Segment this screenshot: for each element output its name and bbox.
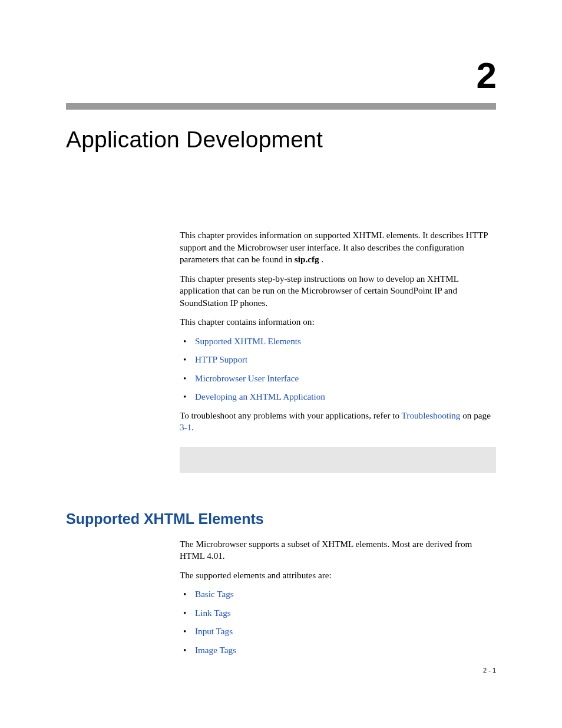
link-developing-xhtml-app[interactable]: Developing an XHTML Application xyxy=(195,391,325,401)
section-heading-supported-xhtml: Supported XHTML Elements xyxy=(66,510,496,528)
link-http-support[interactable]: HTTP Support xyxy=(195,354,247,364)
chapter-number: 2 xyxy=(477,54,496,96)
link-supported-xhtml-elements[interactable]: Supported XHTML Elements xyxy=(195,336,301,346)
intro-p4-pre: To troubleshoot any problems with your a… xyxy=(180,410,402,420)
chapter-title: Application Development xyxy=(66,127,496,153)
link-troubleshooting[interactable]: Troubleshooting xyxy=(402,410,461,420)
list-item: Input Tags xyxy=(180,625,496,638)
section-paragraph-2: The supported elements and attributes ar… xyxy=(180,569,496,582)
section-paragraph-1: The Microbrowser supports a subset of XH… xyxy=(180,538,496,562)
list-item: Basic Tags xyxy=(180,588,496,601)
intro-p4-mid: on page xyxy=(460,410,490,420)
list-item: Microbrowser User Interface xyxy=(180,373,496,385)
intro-bullet-list: Supported XHTML Elements HTTP Support Mi… xyxy=(180,335,496,403)
intro-p4-post: . xyxy=(191,422,194,432)
link-basic-tags[interactable]: Basic Tags xyxy=(195,589,234,599)
link-microbrowser-ui[interactable]: Microbrowser User Interface xyxy=(195,373,299,383)
intro-paragraph-3: This chapter contains information on: xyxy=(180,316,496,328)
note-box xyxy=(180,447,496,473)
intro-paragraph-4: To troubleshoot any problems with your a… xyxy=(180,410,496,434)
config-filename: sip.cfg xyxy=(295,254,319,264)
list-item: Image Tags xyxy=(180,644,496,657)
list-item: Supported XHTML Elements xyxy=(180,335,496,348)
section-bullet-list: Basic Tags Link Tags Input Tags Image Ta… xyxy=(180,588,496,656)
intro-p1-pre: This chapter provides information on sup… xyxy=(180,230,488,264)
link-image-tags[interactable]: Image Tags xyxy=(195,645,236,655)
link-input-tags[interactable]: Input Tags xyxy=(195,626,233,636)
list-item: HTTP Support xyxy=(180,354,496,366)
list-item: Developing an XHTML Application xyxy=(180,391,496,403)
page-number: 2 - 1 xyxy=(483,667,496,674)
divider-rule xyxy=(66,103,496,110)
link-page-3-1[interactable]: 3-1 xyxy=(180,422,191,432)
link-link-tags[interactable]: Link Tags xyxy=(195,608,231,618)
list-item: Link Tags xyxy=(180,607,496,620)
intro-paragraph-1: This chapter provides information on sup… xyxy=(180,229,496,266)
intro-p1-post: . xyxy=(319,254,324,264)
intro-paragraph-2: This chapter presents step-by-step instr… xyxy=(180,273,496,309)
